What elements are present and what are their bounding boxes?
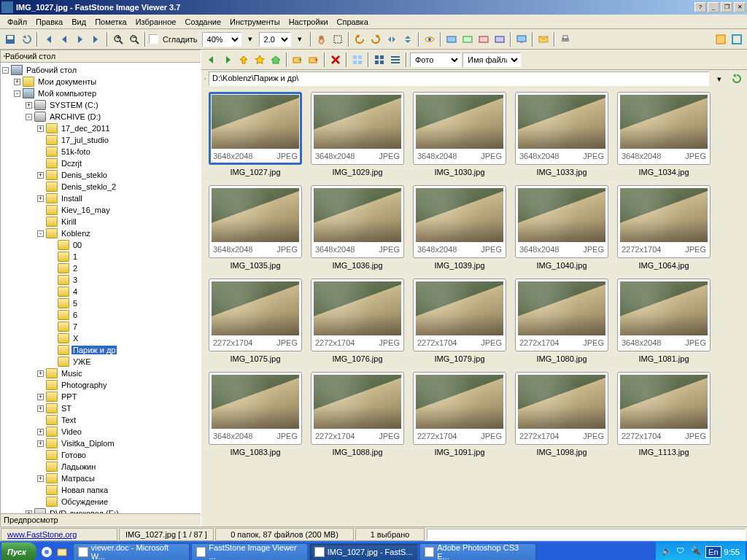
menu-item[interactable]: Избранное [131,16,181,28]
thumbnail[interactable]: 3648x2048 JPEG IMG_1035.jpg [206,185,305,273]
tree-node[interactable]: 51k-foto [2,146,199,158]
tool4-icon[interactable] [492,32,507,47]
flip-v-icon[interactable] [400,32,415,47]
thumbnail[interactable]: 3648x2048 JPEG IMG_1083.jpg [206,372,305,459]
tool3-icon[interactable] [476,32,491,47]
menu-item[interactable]: Вид [67,16,90,28]
tree-node[interactable]: 6 [2,309,199,321]
tree-node[interactable]: -Рабочий стол [2,64,199,76]
eye-icon[interactable] [422,32,437,47]
maximize-button[interactable]: ❐ [721,2,732,12]
tool1-icon[interactable] [444,32,459,47]
view-thumb-icon[interactable] [372,52,387,67]
tree-node[interactable]: +Visitka_Diplom [2,438,199,449]
collapse-icon[interactable]: - [14,90,20,97]
tree-node[interactable]: +Video [2,426,199,438]
sort-combo[interactable]: Имя файла [462,52,521,67]
expand-icon[interactable]: + [37,125,44,132]
refresh-icon[interactable] [729,71,744,86]
tray-icon[interactable]: 🔌 [691,546,703,558]
tree-node[interactable]: Париж и др [2,344,199,356]
nav-fwd-icon[interactable] [220,52,235,67]
view-list-icon[interactable] [388,52,403,67]
expand-icon[interactable]: + [37,475,44,482]
save-icon[interactable] [3,32,18,47]
menu-item[interactable]: Правка [31,16,67,28]
tree-node[interactable]: +ST [2,402,199,414]
thumbnail[interactable]: 3648x2048 JPEG IMG_1030.jpg [410,92,509,179]
flip-h-icon[interactable] [384,32,399,47]
tree-node[interactable]: 7 [2,321,199,332]
home-icon[interactable] [268,52,283,67]
tree-node[interactable]: УЖЕ [2,356,199,368]
folder-tree[interactable]: -Рабочий стол+Мои документы-Мой компьюте… [1,63,201,513]
zoom-combo[interactable]: 40% [202,32,241,47]
collapse-icon[interactable]: - [37,230,44,237]
tree-node[interactable]: +Denis_steklo [2,169,199,181]
prev-icon[interactable] [57,32,71,47]
menu-item[interactable]: Справка [333,16,373,28]
tree-node[interactable]: +SYSTEM (C:) [2,99,199,111]
thumbnail[interactable]: 2272x1704 JPEG IMG_1088.jpg [308,372,407,459]
screen-icon[interactable] [514,32,529,47]
copy-to-icon[interactable] [290,52,305,67]
select-icon[interactable] [330,32,345,47]
collapse-icon[interactable]: - [26,114,32,120]
path-input[interactable]: D:\Koblenz\Париж и др\ [209,71,709,86]
thumbnail[interactable]: 3648x2048 JPEG IMG_1036.jpg [308,185,407,273]
tray-clock[interactable]: 9:55 [724,548,740,556]
tree-node[interactable]: 1 [2,251,199,262]
tray-lang[interactable]: En [705,546,721,558]
tree-node[interactable]: +PPT [2,391,199,402]
fav-icon[interactable] [252,52,267,67]
menu-item[interactable]: Файл [3,16,31,28]
fit-icon[interactable] [729,32,744,47]
expand-icon[interactable]: + [37,172,44,179]
zoom-step-combo[interactable]: 2.0 [259,32,291,47]
expand-icon[interactable]: + [37,195,44,202]
thumbnail[interactable]: 3648x2048 JPEG IMG_1040.jpg [512,185,611,273]
rotate-right-icon[interactable] [368,32,383,47]
expand-icon[interactable]: + [26,102,32,109]
print-icon[interactable] [558,32,573,47]
last-icon[interactable] [89,32,104,47]
zoom-step-apply-icon[interactable]: ▾ [293,32,307,47]
menu-item[interactable]: Настройки [285,16,333,28]
mail-icon[interactable] [536,32,551,47]
tree-node[interactable]: +Install [2,192,199,204]
ql-explorer-icon[interactable] [55,543,69,560]
tree-node[interactable]: X [2,332,199,344]
tree-node[interactable]: Новая папка [2,484,199,496]
expand-icon[interactable]: + [37,440,44,447]
help-button[interactable]: ? [694,2,706,12]
thumbnail[interactable]: 2272x1704 JPEG IMG_1091.jpg [410,372,509,459]
undo-icon[interactable] [19,32,34,47]
tree-node[interactable]: +Матрасы [2,472,199,484]
thumbnail[interactable]: 3648x2048 JPEG IMG_1034.jpg [614,92,713,179]
hand-icon[interactable] [314,32,329,47]
smooth-checkbox[interactable] [149,34,158,44]
filter-combo[interactable]: Фото [410,52,461,67]
tree-node[interactable]: 00 [2,239,199,251]
tray-icon[interactable]: 🛡 [676,546,688,558]
tree-node[interactable]: -ARCHIVE (D:) [2,111,199,122]
tree-node[interactable]: 5 [2,298,199,309]
thumbnail[interactable]: 3648x2048 JPEG IMG_1081.jpg [614,279,713,366]
thumbnail[interactable]: 3648x2048 JPEG IMG_1039.jpg [410,185,509,273]
status-link[interactable]: www.FastStone.org [1,528,117,541]
zoom-apply-icon[interactable]: ▾ [243,32,258,47]
tree-node[interactable]: Kiev_16_may [2,204,199,216]
zoom-out-icon[interactable]: − [127,32,142,47]
menu-item[interactable]: Инструменты [225,16,285,28]
thumbnail[interactable]: 3648x2048 JPEG IMG_1033.jpg [512,92,611,179]
tree-node[interactable]: +17_dec_2011 [2,122,199,134]
tree-node[interactable]: 3 [2,274,199,286]
thumbnail[interactable]: 2272x1704 JPEG IMG_1064.jpg [614,185,713,273]
expand-icon[interactable]: + [37,405,44,412]
tree-node[interactable]: Denis_steklo_2 [2,181,199,192]
fullscreen-icon[interactable] [713,32,728,47]
tree-node[interactable]: 17_jul_studio [2,134,199,146]
expand-icon[interactable]: + [14,79,20,85]
tree-node[interactable]: 2 [2,262,199,274]
close-button[interactable]: ✕ [734,2,746,12]
